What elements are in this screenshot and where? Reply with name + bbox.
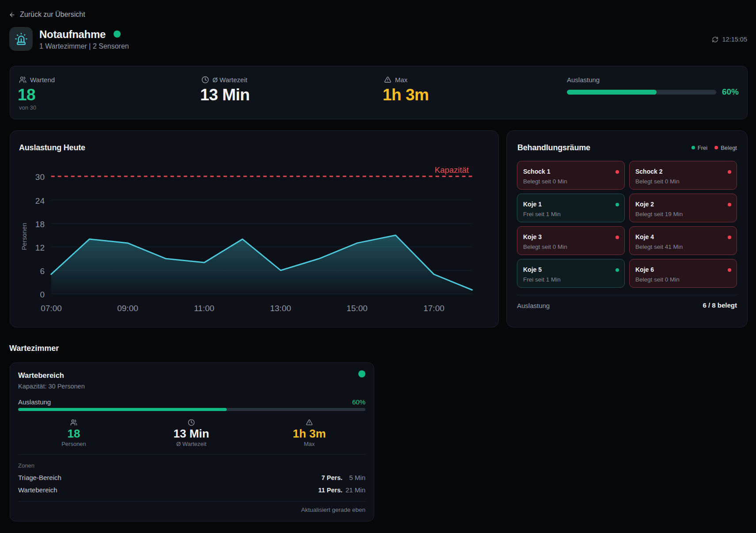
svg-text:6: 6: [40, 266, 45, 276]
svg-text:0: 0: [40, 290, 45, 299]
svg-text:18: 18: [35, 220, 45, 229]
svg-text:Kapazität: Kapazität: [435, 165, 469, 175]
svg-text:11:00: 11:00: [194, 304, 214, 313]
svg-text:17:00: 17:00: [423, 304, 444, 313]
svg-text:24: 24: [35, 196, 45, 206]
svg-text:15:00: 15:00: [346, 304, 368, 313]
svg-text:13:00: 13:00: [270, 304, 291, 313]
svg-text:09:00: 09:00: [117, 304, 138, 313]
svg-text:07:00: 07:00: [41, 304, 62, 313]
svg-text:30: 30: [35, 172, 45, 182]
svg-text:12: 12: [35, 243, 45, 252]
svg-text:Personen: Personen: [21, 223, 28, 250]
